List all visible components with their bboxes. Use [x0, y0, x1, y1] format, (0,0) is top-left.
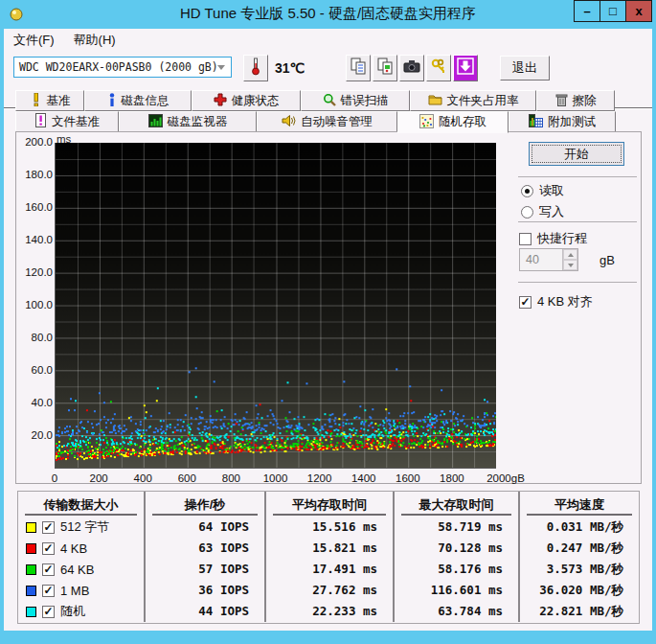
series-checkbox[interactable]	[42, 521, 55, 534]
table-row-512 字节: 512 字节	[18, 517, 146, 538]
series-label: 1 MB	[60, 584, 89, 598]
scan-icon	[323, 93, 336, 109]
iops-value: 36 IOPS	[146, 580, 266, 601]
series-color-swatch	[26, 522, 36, 533]
capacity-spinner[interactable]: 40	[519, 248, 578, 271]
registration-button[interactable]	[426, 55, 451, 81]
tab-附加测试[interactable]: 附加测试	[509, 111, 616, 132]
y-tick-label: 20.0	[18, 429, 53, 441]
tab-错误扫描[interactable]: 错误扫描	[301, 90, 410, 111]
series-color-swatch	[26, 543, 36, 554]
tab-自动噪音管理[interactable]: 自动噪音管理	[257, 111, 397, 132]
file-bench-icon	[34, 113, 47, 130]
series-checkbox[interactable]	[42, 542, 55, 555]
avg-access-time: 27.762 ms	[266, 580, 395, 601]
max-access-time: 70.128 ms	[395, 538, 520, 559]
thermometer-icon	[247, 57, 264, 80]
series-label: 512 字节	[60, 518, 109, 536]
drive-select[interactable]: WDC WD20EARX-00PASB0 (2000 gB)	[13, 57, 232, 78]
tab-磁盘监视器[interactable]: 磁盘监视器	[119, 111, 257, 132]
write-radio[interactable]: 写入	[521, 203, 564, 220]
menu-help[interactable]: 帮助(H)	[64, 29, 125, 50]
avg-access-time: 15.516 ms	[266, 517, 395, 538]
read-radio[interactable]: 读取	[521, 182, 564, 199]
tab-文件夹占用率[interactable]: 文件夹占用率	[410, 90, 536, 111]
tab-row-1: 基准磁盘信息健康状态错误扫描文件夹占用率擦除	[15, 90, 615, 111]
table-header-2: 操作/秒	[146, 492, 266, 517]
tab-磁盘信息[interactable]: 磁盘信息	[84, 90, 192, 111]
capacity-value: 40	[520, 249, 562, 270]
write-radio-label: 写入	[539, 203, 564, 220]
maximize-button[interactable]: □	[599, 0, 626, 22]
tab-文件基准[interactable]: 文件基准	[15, 111, 119, 132]
health-icon	[214, 93, 227, 109]
series-label: 64 KB	[60, 563, 94, 577]
results-table: 传输数据大小操作/秒平均存取时间最大存取时间平均速度512 字节64 IOPS1…	[17, 491, 640, 624]
access-time-scatter-plot	[55, 143, 496, 469]
y-tick-label: 160.0	[18, 201, 53, 213]
table-row-64 KB: 64 KB	[18, 559, 146, 580]
copy-image-button[interactable]	[373, 55, 397, 81]
start-button-label: 开始	[564, 146, 589, 163]
disk-monitor-icon	[148, 114, 163, 130]
screenshot-button[interactable]	[399, 55, 424, 81]
update-button[interactable]	[453, 55, 478, 81]
panel-separator	[518, 176, 637, 177]
series-checkbox[interactable]	[42, 606, 55, 618]
x-tick-label: 1200	[307, 472, 332, 484]
exit-button[interactable]: 退出	[500, 56, 550, 80]
y-tick-label: 200.0	[18, 136, 53, 148]
series-checkbox[interactable]	[42, 585, 55, 597]
x-tick-label: 0	[52, 472, 57, 484]
minimize-button[interactable]: –	[574, 0, 600, 22]
copy-text-icon	[350, 58, 367, 79]
max-access-time: 116.601 ms	[395, 580, 520, 601]
x-tick-label: 200	[90, 472, 108, 484]
iops-value: 63 IOPS	[146, 538, 266, 559]
info-icon	[107, 93, 117, 109]
tab-擦除[interactable]: 擦除	[536, 90, 615, 111]
checkbox-unchecked-icon	[519, 233, 532, 245]
short-stroke-label: 快捷行程	[537, 230, 587, 247]
chevron-down-icon	[217, 65, 225, 70]
temperature-button[interactable]	[243, 55, 268, 81]
copy-image-icon	[376, 58, 394, 79]
copy-text-button[interactable]	[346, 55, 371, 81]
avg-access-time: 17.491 ms	[266, 559, 395, 580]
avg-access-time: 15.821 ms	[266, 538, 395, 559]
tab-label: 基准	[47, 93, 71, 109]
close-button[interactable]: x	[625, 0, 652, 22]
table-header-5: 平均速度	[520, 492, 639, 517]
camera-icon	[403, 58, 420, 79]
x-tick-label: 1600	[396, 472, 420, 484]
radio-selected-icon	[521, 185, 533, 197]
panel-separator	[518, 282, 637, 283]
spinner-down-button[interactable]	[563, 260, 577, 270]
menu-file[interactable]: 文件(F)	[4, 29, 64, 50]
extra-tests-icon	[529, 114, 543, 130]
avg-speed: 36.020 MB/秒	[520, 580, 639, 601]
series-label: 4 KB	[60, 541, 87, 556]
title-bar: HD Tune 专业版 5.50 - 硬盘/固态硬盘实用程序 – □ x	[0, 0, 656, 29]
avg-access-time: 22.233 ms	[266, 601, 395, 622]
folder-icon	[428, 93, 442, 108]
max-access-time: 58.176 ms	[395, 559, 520, 580]
table-header-3: 平均存取时间	[266, 492, 395, 517]
align-4kb-checkbox[interactable]: 4 KB 对齐	[519, 293, 593, 310]
erase-icon	[555, 93, 568, 109]
avg-speed: 22.821 MB/秒	[520, 601, 639, 622]
tab-健康状态[interactable]: 健康状态	[192, 90, 301, 111]
tab-label: 错误扫描	[341, 93, 389, 109]
temperature-value: 31℃	[275, 60, 305, 76]
exit-button-label: 退出	[512, 59, 537, 77]
start-button[interactable]: 开始	[529, 142, 624, 166]
tab-基准[interactable]: 基准	[15, 90, 84, 111]
tab-label: 擦除	[573, 93, 597, 109]
window-title: HD Tune 专业版 5.50 - 硬盘/固态硬盘实用程序	[0, 5, 656, 23]
series-checkbox[interactable]	[42, 564, 55, 576]
x-tick-label: 400	[134, 472, 152, 484]
spinner-up-button[interactable]	[563, 249, 577, 260]
table-row-随机: 随机	[18, 601, 146, 622]
short-stroke-checkbox[interactable]: 快捷行程	[519, 230, 587, 247]
tab-随机存取[interactable]: 随机存取	[397, 111, 509, 133]
